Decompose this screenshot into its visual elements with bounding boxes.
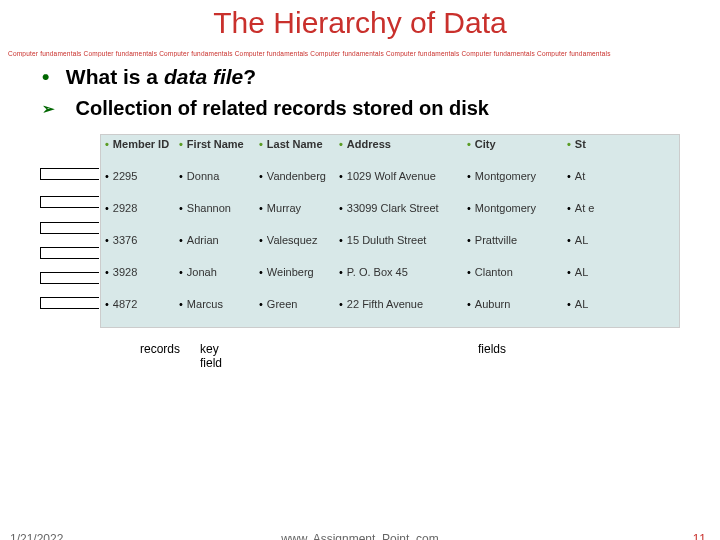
col-first-name: First Name bbox=[187, 138, 244, 151]
arrow-icon: ➢ bbox=[42, 100, 70, 118]
label-records: records bbox=[140, 342, 180, 356]
footer-date: 1/21/2022 bbox=[10, 532, 63, 540]
subpoint-line: ➢ Collection of related records stored o… bbox=[42, 97, 720, 120]
bullet-icon: • bbox=[42, 65, 60, 89]
subpoint-text: Collection of related records stored on … bbox=[76, 97, 489, 119]
table-header-row: •Member ID •First Name •Last Name •Addre… bbox=[101, 135, 679, 167]
slide-title: The Hierarchy of Data bbox=[0, 6, 720, 40]
bullet-question: • What is a data file? bbox=[42, 65, 720, 89]
question-suffix: ? bbox=[243, 65, 256, 88]
col-member-id: Member ID bbox=[113, 138, 169, 151]
col-state: St bbox=[575, 138, 586, 151]
label-fields: fields bbox=[478, 342, 506, 356]
col-address: Address bbox=[347, 138, 391, 151]
repeating-subtitle: Computer fundamentals Computer fundament… bbox=[0, 50, 720, 57]
footer-site: www. Assignment. Point. com bbox=[281, 532, 438, 540]
table-row: •2295 •Donna •Vandenberg •1029 Wolf Aven… bbox=[101, 167, 679, 199]
label-keyfield: key field bbox=[200, 342, 240, 370]
footer-page-number: 11 bbox=[693, 532, 706, 540]
col-city: City bbox=[475, 138, 496, 151]
table-row: •3376 •Adrian •Valesquez •15 Duluth Stre… bbox=[101, 231, 679, 263]
question-prefix: What is a bbox=[66, 65, 164, 88]
table-row: •3928 •Jonah •Weinberg •P. O. Box 45 •Cl… bbox=[101, 263, 679, 295]
table-row: •4872 •Marcus •Green •22 Fifth Avenue •A… bbox=[101, 295, 679, 327]
data-table: •Member ID •First Name •Last Name •Addre… bbox=[100, 134, 680, 328]
col-last-name: Last Name bbox=[267, 138, 323, 151]
question-emph: data file bbox=[164, 65, 243, 88]
table-row: •2928 •Shannon •Murray •33099 Clark Stre… bbox=[101, 199, 679, 231]
